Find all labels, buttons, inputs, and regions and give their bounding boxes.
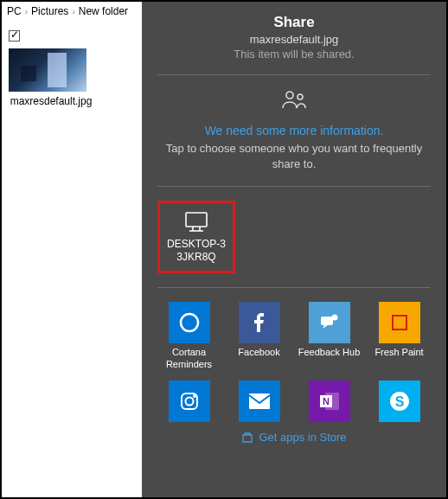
svg-text:N: N (323, 396, 330, 406)
svg-point-6 (181, 314, 198, 331)
svg-point-8 (331, 315, 337, 321)
file-thumbnail[interactable]: maxresdefault.jpg (9, 29, 93, 109)
file-explorer-pane: PC › Pictures › New folder maxresdefault… (2, 2, 144, 497)
svg-point-12 (194, 395, 195, 397)
svg-rect-9 (393, 316, 406, 329)
breadcrumb-seg[interactable]: Pictures (31, 5, 68, 17)
svg-text:S: S (394, 394, 404, 409)
monitor-icon (165, 210, 227, 234)
app-feedback-hub[interactable]: Feedback Hub (298, 302, 361, 369)
svg-point-0 (286, 92, 293, 99)
chevron-right-icon: › (72, 7, 74, 16)
app-facebook[interactable]: Facebook (227, 302, 291, 369)
facebook-icon (239, 302, 280, 343)
nearby-device-tile[interactable]: DESKTOP-33JKR8Q (157, 201, 235, 273)
store-icon (241, 431, 253, 443)
divider (157, 186, 431, 187)
instagram-icon (169, 381, 210, 422)
info-heading: We need some more information. (157, 124, 431, 138)
app-fresh-paint[interactable]: Fresh Paint (368, 302, 431, 369)
onenote-icon: N (309, 381, 350, 422)
share-apps-grid: Cortana Reminders Facebook Feedback Hub … (157, 302, 431, 421)
svg-rect-13 (249, 393, 270, 409)
file-name-label: maxresdefault.jpg (9, 95, 93, 109)
svg-rect-7 (321, 317, 333, 325)
svg-point-11 (185, 397, 193, 405)
device-name: DESKTOP-33JKR8Q (165, 238, 227, 264)
share-filename: maxresdefault.jpg (157, 33, 431, 46)
app-skype[interactable]: S (368, 381, 431, 422)
info-block[interactable]: We need some more information. Tap to ch… (157, 89, 431, 172)
mail-icon (239, 381, 280, 422)
divider (157, 74, 431, 75)
svg-rect-2 (186, 213, 207, 227)
image-preview (9, 48, 86, 92)
share-panel: Share maxresdefault.jpg This item will b… (142, 2, 446, 497)
chevron-right-icon: › (25, 7, 28, 16)
app-instagram[interactable] (157, 381, 221, 422)
divider (157, 287, 431, 288)
app-mail[interactable] (227, 381, 291, 422)
info-text: Tap to choose someone who you want to fr… (157, 141, 431, 172)
breadcrumb-seg[interactable]: New folder (79, 5, 128, 17)
share-subtitle: This item will be shared. (157, 48, 431, 61)
app-cortana-reminders[interactable]: Cortana Reminders (157, 302, 221, 369)
people-icon (279, 89, 309, 112)
breadcrumb: PC › Pictures › New folder (2, 2, 144, 21)
file-checkbox-checked[interactable] (9, 30, 20, 42)
get-apps-link[interactable]: Get apps in Store (157, 431, 431, 444)
cortana-icon (169, 302, 210, 343)
freshpaint-icon (379, 302, 420, 343)
app-onenote[interactable]: N (298, 381, 361, 422)
feedback-icon (309, 302, 350, 343)
skype-icon: S (379, 381, 420, 422)
share-title: Share (157, 14, 431, 31)
svg-point-1 (298, 94, 303, 99)
breadcrumb-seg[interactable]: PC (7, 5, 22, 17)
